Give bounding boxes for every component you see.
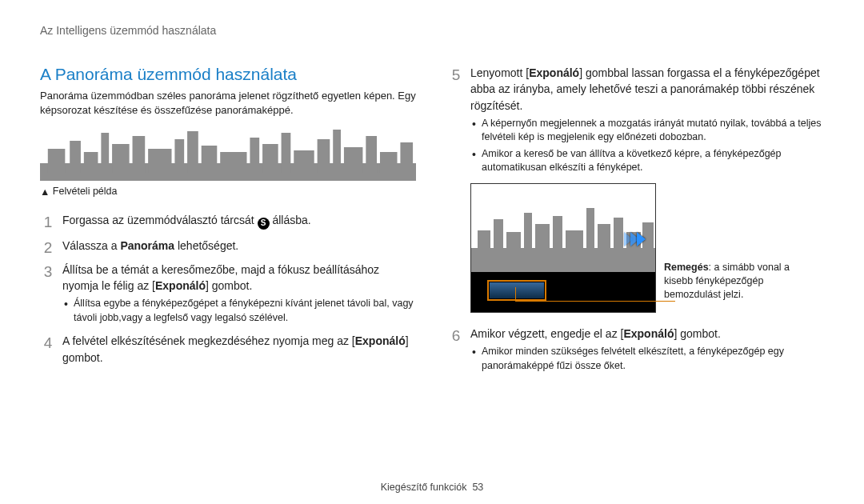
svg-rect-7 <box>133 136 146 173</box>
intro-text: Panoráma üzemmódban széles panoráma jele… <box>40 89 416 117</box>
step-subitem: Állítsa egybe a fényképezőgépet a fényké… <box>62 297 416 325</box>
svg-rect-19 <box>344 147 363 173</box>
step-text-pre: Forgassa az üzemmódválasztó tárcsát <box>62 214 258 226</box>
mode-dial-s-icon: S <box>258 218 270 230</box>
svg-rect-16 <box>294 150 314 173</box>
svg-rect-21 <box>380 152 398 173</box>
svg-rect-28 <box>524 213 532 254</box>
page-footer: Kiegészítő funkciók 53 <box>0 482 864 493</box>
svg-rect-31 <box>566 230 583 254</box>
svg-rect-34 <box>614 218 623 254</box>
callout-leader-line <box>515 289 675 313</box>
panorama-preview-box <box>470 183 656 313</box>
svg-rect-32 <box>586 208 594 254</box>
svg-rect-30 <box>553 216 562 254</box>
left-steps-list: Forgassa az üzemmódválasztó tárcsát S ál… <box>40 212 416 366</box>
step-text-post: állásba. <box>270 214 311 226</box>
svg-rect-11 <box>202 146 218 173</box>
step-text: Amikor végzett, engedje el az [Exponáló]… <box>470 327 721 340</box>
svg-rect-27 <box>506 232 521 254</box>
svg-rect-13 <box>250 138 259 173</box>
svg-rect-2 <box>48 149 66 173</box>
footer-label: Kiegészítő funkciók <box>381 482 467 493</box>
svg-rect-12 <box>220 152 246 173</box>
step-item: Állítsa be a témát a keresőmezőbe, majd … <box>40 262 416 326</box>
svg-rect-8 <box>148 149 171 173</box>
page-header: Az Intelligens üzemmód használata <box>40 24 824 37</box>
svg-rect-10 <box>187 131 198 173</box>
step-text: Lenyomott [Exponáló] gombbal lassan forg… <box>470 66 820 112</box>
right-steps-list: Lenyomott [Exponáló] gombbal lassan forg… <box>448 65 824 373</box>
step-subitem: Amikor minden szükséges felvételt elkész… <box>470 345 824 373</box>
step-item: Lenyomott [Exponáló] gombbal lassan forg… <box>448 65 824 175</box>
two-column-layout: A Panoráma üzemmód használata Panoráma ü… <box>40 65 824 381</box>
left-column: A Panoráma üzemmód használata Panoráma ü… <box>40 65 416 381</box>
svg-rect-9 <box>174 139 184 173</box>
step-subitem: A képernyőn megjelennek a mozgatás irány… <box>470 117 824 145</box>
right-column: Lenyomott [Exponáló] gombbal lassan forg… <box>448 65 824 381</box>
svg-rect-4 <box>84 152 98 173</box>
footer-page-number: 53 <box>472 482 483 493</box>
svg-rect-26 <box>494 219 503 254</box>
manual-page: Az Intelligens üzemmód használata A Pano… <box>0 0 864 504</box>
svg-rect-29 <box>535 224 550 254</box>
preview-callout-wrap: Remegés: a simább vonal a kisebb fénykép… <box>470 183 824 313</box>
step-text: Állítsa be a témát a keresőmezőbe, majd … <box>62 263 379 292</box>
panorama-sample-illustration <box>40 125 416 181</box>
preview-skyline-area <box>471 184 655 272</box>
svg-rect-3 <box>70 141 81 173</box>
svg-rect-25 <box>478 230 490 254</box>
svg-rect-17 <box>318 139 330 173</box>
step-text: A felvétel elkészítésének megkezdéséhez … <box>62 334 409 363</box>
step-sublist: Állítsa egybe a fényképezőgépet a fényké… <box>62 297 416 325</box>
shake-callout-text: Remegés: a simább vonal a kisebb fénykép… <box>664 261 796 302</box>
svg-rect-20 <box>366 136 377 173</box>
svg-rect-18 <box>333 130 341 173</box>
step-subitem: Amikor a kereső be van állítva a követke… <box>470 147 824 175</box>
triangle-up-icon: ▲ <box>40 186 50 198</box>
sample-caption-text: Felvételi példa <box>53 186 118 197</box>
sample-caption: ▲ Felvételi példa <box>40 186 416 198</box>
direction-arrows-icon <box>626 232 646 246</box>
step-item: Válassza a Panoráma lehetőséget. <box>40 238 416 254</box>
step-sublist: A képernyőn megjelennek a mozgatás irány… <box>470 117 824 175</box>
svg-rect-5 <box>101 133 109 173</box>
step-item: Amikor végzett, engedje el az [Exponáló]… <box>448 326 824 373</box>
svg-rect-14 <box>262 144 278 173</box>
step-sublist: Amikor minden szükséges felvételt elkész… <box>470 345 824 373</box>
svg-rect-33 <box>598 224 610 254</box>
step-item: Forgassa az üzemmódválasztó tárcsát S ál… <box>40 212 416 230</box>
svg-rect-15 <box>282 133 291 173</box>
step-text: Válassza a Panoráma lehetőséget. <box>62 239 238 252</box>
svg-rect-6 <box>112 144 130 173</box>
section-title: A Panoráma üzemmód használata <box>40 65 416 84</box>
svg-rect-22 <box>400 142 413 173</box>
step-item: A felvétel elkészítésének megkezdéséhez … <box>40 333 416 366</box>
